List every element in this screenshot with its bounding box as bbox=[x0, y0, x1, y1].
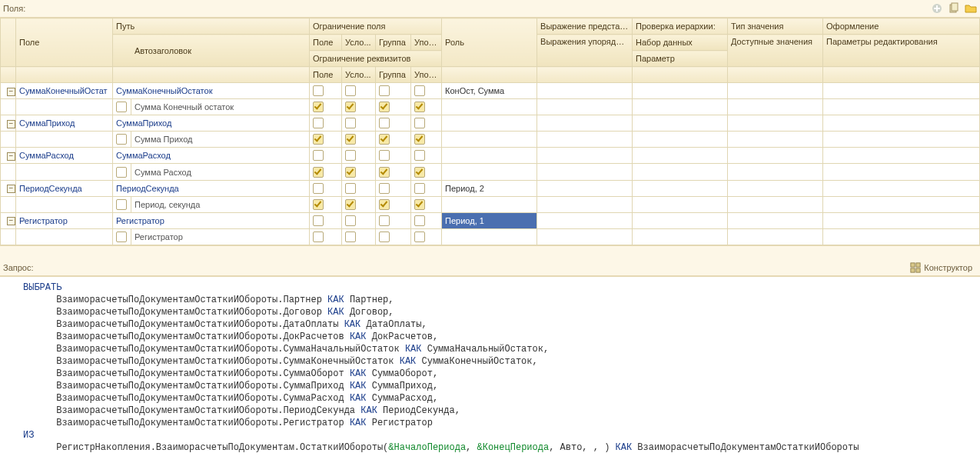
checkbox-icon[interactable] bbox=[379, 102, 390, 112]
field-path[interactable]: СуммаРасход bbox=[113, 148, 310, 164]
table-row[interactable]: Сумма Приход bbox=[1, 132, 980, 148]
checkbox-icon[interactable] bbox=[345, 85, 356, 96]
col-vyrazh-predstav[interactable]: Выражение представ... bbox=[537, 18, 633, 35]
checkbox-icon[interactable] bbox=[414, 232, 425, 242]
checkbox-icon[interactable] bbox=[313, 150, 324, 161]
col-sub-uslo1[interactable]: Усло... bbox=[342, 35, 376, 51]
table-row[interactable]: Регистратор bbox=[1, 228, 980, 245]
field-path[interactable]: Регистратор bbox=[113, 212, 310, 228]
collapse-icon[interactable]: − bbox=[7, 120, 15, 128]
col-ogr-polya[interactable]: Ограничение поля bbox=[310, 18, 442, 35]
checkbox-icon[interactable] bbox=[379, 199, 390, 210]
checkbox-icon[interactable] bbox=[313, 232, 324, 242]
col-param-redakt[interactable]: Параметры редактирования bbox=[823, 35, 980, 67]
col-tip[interactable]: Тип значения bbox=[728, 18, 823, 35]
col-ogr-rekv[interactable]: Ограничение реквизитов bbox=[310, 51, 442, 67]
col-avtozag[interactable]: Автозаголовок bbox=[113, 35, 310, 67]
checkbox-icon[interactable] bbox=[345, 102, 356, 112]
role-cell[interactable]: Период, 1 bbox=[442, 212, 537, 228]
checkbox-icon[interactable] bbox=[414, 118, 425, 128]
col-sub-gruppa1[interactable]: Группа bbox=[376, 35, 411, 51]
col-nabor[interactable]: Набор данных bbox=[633, 35, 728, 51]
checkbox-icon[interactable] bbox=[379, 118, 390, 128]
checkbox-icon[interactable] bbox=[414, 199, 425, 210]
col-parametr[interactable]: Параметр bbox=[633, 51, 728, 67]
checkbox-icon[interactable] bbox=[414, 150, 425, 161]
checkbox-icon[interactable] bbox=[379, 232, 390, 242]
checkbox-icon[interactable] bbox=[414, 167, 425, 178]
checkbox-icon[interactable] bbox=[379, 183, 390, 194]
table-row[interactable]: Сумма Расход bbox=[1, 164, 980, 180]
field-name[interactable]: СуммаКонечныйОстат bbox=[16, 83, 113, 99]
checkbox-icon[interactable] bbox=[345, 232, 356, 242]
col-sub-uslo2[interactable]: Усло... bbox=[342, 67, 376, 83]
table-row[interactable]: −СуммаКонечныйОстатСуммаКонечныйОстатокК… bbox=[1, 83, 980, 99]
folder-icon[interactable] bbox=[965, 2, 977, 15]
col-oformlenie[interactable]: Оформление bbox=[823, 18, 980, 35]
checkbox-icon[interactable] bbox=[414, 85, 425, 96]
field-name[interactable]: Регистратор bbox=[16, 212, 113, 228]
checkbox-icon[interactable] bbox=[345, 134, 356, 145]
collapse-icon[interactable]: − bbox=[7, 152, 15, 161]
field-name[interactable]: СуммаРасход bbox=[16, 148, 113, 164]
field-name[interactable]: СуммаПриход bbox=[16, 115, 113, 132]
role-cell[interactable]: КонОст, Сумма bbox=[442, 83, 537, 99]
table-row[interactable]: −РегистраторРегистраторПериод, 1 bbox=[1, 212, 980, 228]
auto-title[interactable]: Регистратор bbox=[131, 228, 310, 245]
checkbox-icon[interactable] bbox=[345, 199, 356, 210]
table-row[interactable]: −СуммаРасходСуммаРасход bbox=[1, 148, 980, 164]
checkbox-icon[interactable] bbox=[345, 183, 356, 194]
checkbox-icon[interactable] bbox=[116, 102, 127, 112]
col-pole[interactable]: Поле bbox=[16, 18, 113, 67]
col-sub-upor1[interactable]: Упор... bbox=[411, 35, 442, 51]
checkbox-icon[interactable] bbox=[414, 134, 425, 145]
field-path[interactable]: СуммаКонечныйОстаток bbox=[113, 83, 310, 99]
checkbox-icon[interactable] bbox=[414, 183, 425, 194]
table-row[interactable]: −ПериодСекундаПериодСекундаПериод, 2 bbox=[1, 180, 980, 196]
collapse-icon[interactable]: − bbox=[7, 217, 15, 225]
collapse-icon[interactable]: − bbox=[7, 88, 15, 96]
checkbox-icon[interactable] bbox=[345, 118, 356, 128]
checkbox-icon[interactable] bbox=[116, 134, 127, 145]
col-sub-gruppa2[interactable]: Группа bbox=[376, 67, 411, 83]
role-cell[interactable] bbox=[442, 115, 537, 132]
konstruktor-button[interactable]: Конструктор bbox=[910, 262, 972, 273]
col-rol[interactable]: Роль bbox=[442, 18, 537, 67]
col-sub-pole2[interactable]: Поле bbox=[310, 67, 342, 83]
col-dostup[interactable]: Доступные значения bbox=[728, 35, 823, 67]
checkbox-icon[interactable] bbox=[313, 199, 324, 210]
checkbox-icon[interactable] bbox=[313, 215, 324, 226]
col-sub-pole1[interactable]: Поле bbox=[310, 35, 342, 51]
query-text[interactable]: ВЫБРАТЬ ВзаиморасчетыПоДокументамОстатки… bbox=[0, 276, 980, 463]
table-row[interactable]: −СуммаПриходСуммаПриход bbox=[1, 115, 980, 132]
field-path[interactable]: СуммаПриход bbox=[113, 115, 310, 132]
collapse-icon[interactable]: − bbox=[7, 185, 15, 193]
checkbox-icon[interactable] bbox=[313, 183, 324, 194]
auto-title[interactable]: Сумма Приход bbox=[131, 132, 310, 148]
col-sub-upor2[interactable]: Упор... bbox=[411, 67, 442, 83]
checkbox-icon[interactable] bbox=[313, 167, 324, 178]
checkbox-icon[interactable] bbox=[379, 85, 390, 96]
checkbox-icon[interactable] bbox=[345, 215, 356, 226]
table-row[interactable]: Период, секунда bbox=[1, 196, 980, 212]
checkbox-icon[interactable] bbox=[379, 167, 390, 178]
checkbox-icon[interactable] bbox=[313, 85, 324, 96]
checkbox-icon[interactable] bbox=[379, 134, 390, 145]
checkbox-icon[interactable] bbox=[313, 118, 324, 128]
col-proverka[interactable]: Проверка иерархии: bbox=[633, 18, 728, 35]
copy-icon[interactable] bbox=[948, 2, 960, 15]
col-vyrazh-uporyad[interactable]: Выражения упорядочивания bbox=[537, 35, 633, 67]
field-name[interactable]: ПериодСекунда bbox=[16, 180, 113, 196]
checkbox-icon[interactable] bbox=[313, 102, 324, 112]
checkbox-icon[interactable] bbox=[345, 167, 356, 178]
field-path[interactable]: ПериодСекунда bbox=[113, 180, 310, 196]
role-cell[interactable]: Период, 2 bbox=[442, 180, 537, 196]
checkbox-icon[interactable] bbox=[379, 215, 390, 226]
add-icon[interactable] bbox=[931, 2, 943, 15]
auto-title[interactable]: Сумма Расход bbox=[131, 164, 310, 180]
col-put[interactable]: Путь bbox=[113, 18, 310, 35]
table-row[interactable]: Сумма Конечный остаток bbox=[1, 99, 980, 115]
checkbox-icon[interactable] bbox=[116, 167, 127, 178]
checkbox-icon[interactable] bbox=[414, 215, 425, 226]
fields-grid[interactable]: Поле Путь Ограничение поля Роль Выражени… bbox=[0, 18, 980, 245]
